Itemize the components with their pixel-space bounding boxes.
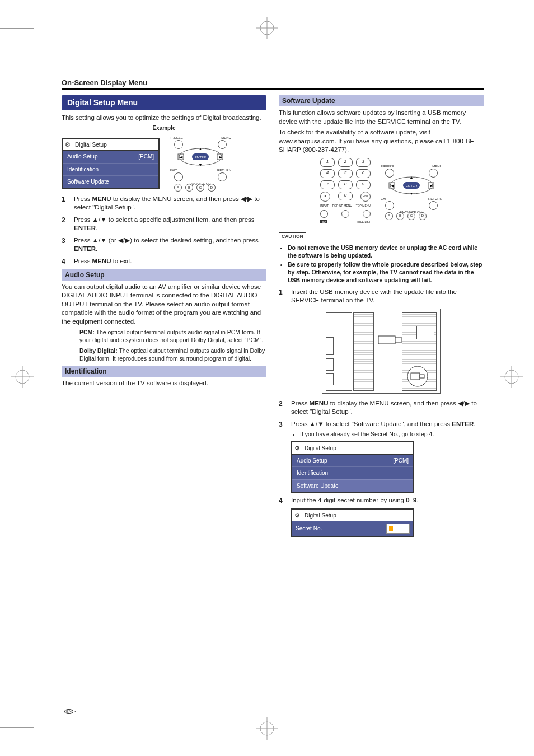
digital-setup-menu: ⚙ Digital Setup Audio Setup [PCM] Identi… [62, 138, 160, 189]
remote-numpad-figure: 123 456 789 •0ENT INPUT POP-UP MENU TOP … [320, 158, 371, 226]
crop-mark-right [500, 366, 523, 390]
topmenu-button-icon [363, 210, 371, 218]
step-3: Press ▲/▼ (or ◀/▶) to select the desired… [62, 236, 266, 254]
secret-no-label: Secret No. [296, 525, 322, 533]
menu-row-audio: Audio Setup [PCM] [63, 151, 158, 163]
rstep-3: Press ▲/▼ to select "Software Update", a… [279, 420, 484, 493]
digital-setup-menu-2: ⚙Digital Setup Audio Setup[PCM] Identifi… [291, 441, 414, 493]
rstep-4: Input the 4-digit secret number by using… [279, 496, 484, 537]
menu-row-identification: Identification [63, 163, 158, 176]
page-footer-en: EN - [64, 708, 76, 714]
left-column: Digital Setup Menu This setting allows y… [62, 95, 266, 540]
gear-icon: ⚙ [294, 444, 300, 452]
left-steps: Press MENU to display the MENU screen, a… [62, 195, 266, 266]
menu-row-software-update: Software Update [63, 175, 158, 188]
svg-text:◀: ◀ [180, 155, 183, 159]
example-label: Example [62, 124, 266, 132]
identification-body: The current version of the TV software i… [62, 379, 266, 388]
intro-text: This setting allows you to optimize the … [62, 114, 266, 123]
digital-setup-title: Digital Setup Menu [62, 95, 266, 110]
dolby-desc: Dolby Digital: The optical output termin… [62, 347, 266, 362]
caution-label: CAUTION [279, 232, 306, 241]
popup-button-icon [341, 210, 349, 218]
menu-header: ⚙ Digital Setup [62, 138, 160, 151]
crop-mark-bottom [256, 717, 278, 742]
identification-heading: Identification [62, 366, 266, 377]
usb-stick-icon [378, 332, 406, 348]
tv-usb-figure [322, 309, 441, 394]
crop-mark-top [256, 17, 278, 41]
pcm-desc: PCM: The optical output terminal outputs… [62, 328, 266, 344]
svg-rect-31 [395, 338, 402, 342]
page-header: On-Screen Display Menu [62, 78, 484, 87]
svg-rect-30 [378, 336, 395, 344]
fav-b-icon: B [185, 184, 193, 192]
rstep-1: Insert the USB memory device with the up… [279, 288, 484, 305]
rstep-3-sub: If you have already set the Secret No., … [300, 430, 484, 438]
cursor-icon [389, 526, 393, 531]
right-column: Software Update This function allows sof… [279, 95, 484, 540]
remote-dpad-figure-2: FREEZE MENU ENTER ◀ ▶ ▲ ▼ EXIT RETURN [381, 164, 442, 220]
input-button-icon [320, 210, 328, 218]
audio-setup-body: You can output digital audio to an AV am… [62, 283, 266, 326]
svg-text:▲: ▲ [199, 147, 203, 151]
zoom-circle-icon [406, 365, 429, 388]
crop-mark-left [11, 366, 34, 390]
right-steps-2: Press MENU to display the MENU screen, a… [279, 399, 484, 537]
svg-rect-33 [411, 373, 420, 380]
caution-item-1: Do not remove the USB memory device or u… [288, 244, 484, 259]
software-update-p2: To check for the availability of a softw… [279, 128, 484, 155]
secret-no-menu: ⚙Digital Setup Secret No. – – – [291, 508, 414, 537]
svg-rect-34 [420, 375, 424, 378]
audio-setup-heading: Audio Setup [62, 269, 266, 281]
right-steps: Insert the USB memory device with the up… [279, 288, 484, 305]
step-1: Press MENU to display the MENU screen, a… [62, 195, 266, 212]
step-2: Press ▲/▼ to select a specific adjustmen… [62, 216, 266, 233]
gear-icon: ⚙ [294, 511, 300, 520]
svg-text:ENTER: ENTER [406, 184, 418, 188]
svg-text:▲: ▲ [410, 175, 414, 179]
software-update-heading: Software Update [279, 95, 484, 106]
fav-a-icon: A [174, 184, 182, 192]
remote-dpad-figure: FREEZE MENU ENTER ◀ ▶ ▲ ▼ EXIT RETURN [170, 136, 231, 192]
gear-icon: ⚙ [65, 141, 71, 149]
header-rule [62, 88, 484, 90]
caution-item-2: Be sure to properly follow the whole pro… [288, 260, 484, 284]
svg-text:▼: ▼ [199, 163, 203, 167]
svg-text:ENTER: ENTER [195, 156, 207, 159]
fav-c-icon: C [196, 184, 204, 192]
return-button-icon [218, 172, 227, 181]
svg-text:◀: ◀ [391, 184, 394, 188]
step-4: Press MENU to exit. [62, 257, 266, 266]
fav-d-icon: D [208, 184, 216, 192]
software-update-p1: This function allows software updates by… [279, 109, 484, 126]
caution-list: Do not remove the USB memory device or u… [279, 244, 484, 284]
exit-button-icon [174, 172, 183, 181]
menu-title: Digital Setup [75, 142, 107, 148]
svg-text:▼: ▼ [410, 192, 414, 195]
secret-no-input[interactable]: – – – [386, 524, 410, 534]
rstep-2: Press MENU to display the MENU screen, a… [279, 399, 484, 417]
